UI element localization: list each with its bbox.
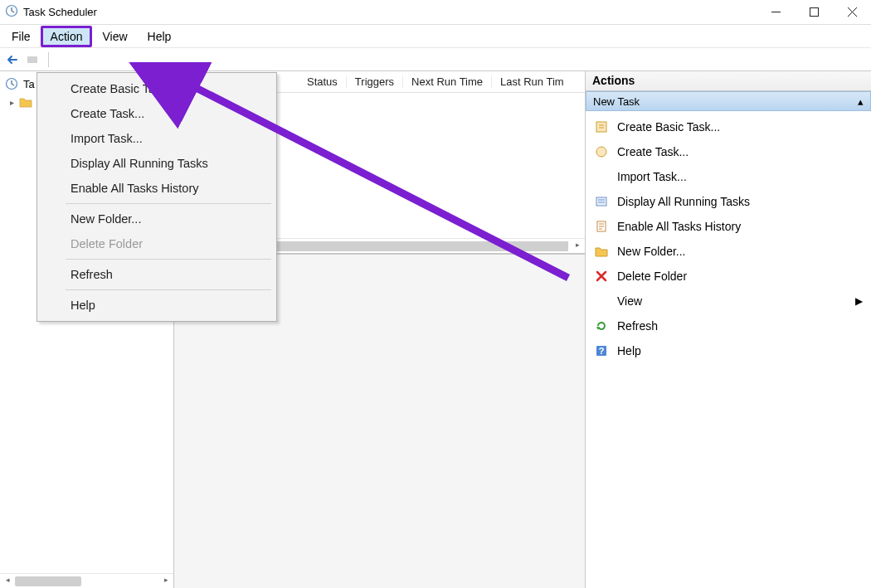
svg-rect-1 [810, 8, 818, 17]
action-label: Help [617, 344, 641, 357]
action-refresh[interactable]: Refresh [586, 313, 871, 338]
actions-header: Actions [586, 71, 871, 91]
scroll-right-icon[interactable]: ▸ [572, 241, 583, 252]
action-import-task[interactable]: Import Task... [586, 164, 871, 189]
col-status[interactable]: Status [299, 75, 347, 88]
collapse-icon[interactable]: ▴ [858, 95, 864, 108]
dd-create-task[interactable]: Create Task... [37, 101, 276, 126]
dd-refresh[interactable]: Refresh [37, 262, 276, 287]
action-dropdown: Create Basic Task... Create Task... Impo… [36, 72, 277, 322]
maximize-button[interactable] [795, 0, 833, 24]
action-label: View [617, 294, 642, 308]
action-create-basic-task[interactable]: Create Basic Task... [586, 114, 871, 139]
menu-help[interactable]: Help [138, 26, 182, 47]
action-label: Create Task... [617, 145, 689, 158]
folder-icon [19, 96, 32, 108]
col-last-run[interactable]: Last Run Tim [492, 75, 572, 88]
dd-separator [66, 289, 271, 290]
toolbar [0, 48, 871, 71]
dd-separator [66, 259, 271, 260]
view-icon [594, 294, 609, 309]
new-folder-icon [594, 244, 609, 259]
refresh-icon [594, 318, 609, 333]
dd-delete-folder: Delete Folder [37, 231, 276, 256]
svg-text:?: ? [599, 346, 605, 356]
action-label: Create Basic Task... [617, 120, 720, 134]
window-title: Task Scheduler [23, 6, 97, 18]
action-delete-folder[interactable]: Delete Folder [586, 264, 871, 289]
action-help[interactable]: ? Help [586, 338, 871, 363]
col-next-run[interactable]: Next Run Time [403, 75, 492, 88]
svg-rect-4 [596, 122, 606, 132]
menu-action[interactable]: Action [41, 26, 93, 47]
dd-create-basic-task[interactable]: Create Basic Task... [37, 76, 276, 101]
import-task-icon [594, 169, 609, 184]
action-view[interactable]: View ▶ [586, 289, 871, 313]
forward-icon[interactable] [25, 51, 41, 68]
scroll-right-icon[interactable]: ▸ [160, 576, 172, 587]
dd-enable-history[interactable]: Enable All Tasks History [37, 176, 276, 201]
menu-file[interactable]: File [2, 26, 41, 47]
running-tasks-icon [594, 194, 609, 209]
dd-help[interactable]: Help [37, 293, 276, 318]
action-new-folder[interactable]: New Folder... [586, 239, 871, 264]
app-icon [5, 4, 18, 21]
expand-icon[interactable]: ▸ [10, 98, 14, 107]
back-icon[interactable] [5, 51, 22, 68]
action-label: Display All Running Tasks [617, 195, 750, 208]
delete-icon [594, 269, 609, 284]
create-task-icon [594, 144, 609, 159]
actions-list: Create Basic Task... Create Task... Impo… [586, 111, 871, 367]
menu-bar: File Action View Help [0, 25, 871, 48]
close-button[interactable] [833, 0, 871, 24]
action-label: Refresh [617, 319, 658, 333]
scroll-left-icon[interactable]: ◂ [2, 576, 13, 587]
dd-separator [66, 203, 271, 204]
submenu-arrow-icon: ▶ [855, 295, 863, 307]
actions-subheader-label: New Task [593, 95, 640, 108]
scroll-thumb[interactable] [274, 241, 568, 251]
tree-hscroll[interactable]: ◂ ▸ [0, 573, 173, 588]
tree-root-label: Ta [23, 78, 35, 90]
action-label: Import Task... [617, 170, 687, 183]
dd-display-running[interactable]: Display All Running Tasks [37, 151, 276, 176]
menu-view[interactable]: View [92, 26, 137, 47]
scheduler-icon [5, 77, 18, 90]
action-label: New Folder... [617, 245, 685, 258]
actions-pane: Actions New Task ▴ Create Basic Task... … [585, 71, 871, 588]
svg-point-5 [596, 147, 606, 157]
actions-subheader[interactable]: New Task ▴ [586, 91, 871, 111]
history-icon [594, 219, 609, 234]
action-display-running[interactable]: Display All Running Tasks [586, 189, 871, 214]
dd-import-task[interactable]: Import Task... [37, 126, 276, 151]
action-label: Enable All Tasks History [617, 220, 741, 233]
create-basic-task-icon [594, 119, 609, 134]
minimize-button[interactable] [757, 0, 795, 24]
toolbar-separator [48, 52, 49, 67]
svg-rect-6 [596, 197, 606, 206]
window-controls [757, 0, 871, 24]
col-triggers[interactable]: Triggers [347, 75, 403, 88]
dd-new-folder[interactable]: New Folder... [37, 207, 276, 231]
scroll-thumb[interactable] [15, 576, 81, 586]
help-icon: ? [594, 343, 609, 358]
action-create-task[interactable]: Create Task... [586, 139, 871, 164]
svg-rect-2 [27, 56, 37, 63]
action-label: Delete Folder [617, 270, 687, 283]
title-bar: Task Scheduler [0, 0, 871, 25]
action-enable-history[interactable]: Enable All Tasks History [586, 214, 871, 239]
